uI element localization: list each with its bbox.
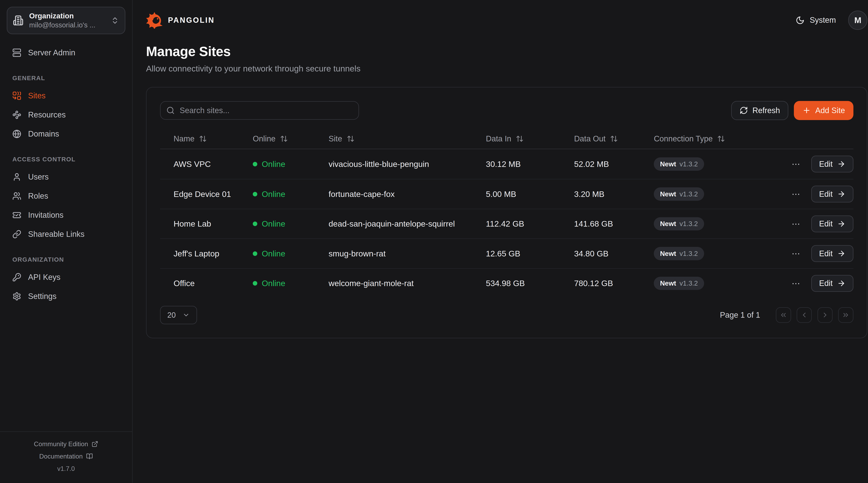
section-heading-general: GENERAL — [12, 74, 125, 82]
first-page-button[interactable] — [776, 307, 791, 323]
refresh-button[interactable]: Refresh — [731, 101, 788, 120]
org-selector[interactable]: Organization milo@fossorial.io's ... — [7, 7, 125, 34]
add-site-button[interactable]: Add Site — [794, 101, 853, 120]
refresh-icon — [740, 106, 748, 115]
column-header-online[interactable]: Online — [253, 134, 329, 143]
cell-data-out: 3.20 MB — [574, 189, 654, 199]
combine-icon — [12, 91, 21, 100]
sidebar-footer: Community Edition Documentation v1.7.0 — [0, 431, 132, 483]
app-root: Organization milo@fossorial.io's ... Ser… — [0, 0, 868, 483]
connection-badge: Newtv1.3.2 — [654, 157, 704, 170]
edit-button[interactable]: Edit — [811, 275, 854, 292]
search-input[interactable] — [160, 101, 359, 120]
arrow-right-icon — [837, 160, 846, 168]
page-size-select[interactable]: 20 — [160, 306, 197, 324]
sidebar-item-users[interactable]: Users — [7, 167, 125, 187]
chevron-left-icon — [800, 311, 808, 319]
arrow-right-icon — [837, 279, 846, 288]
last-page-button[interactable] — [838, 307, 853, 323]
sidebar-item-label: Shareable Links — [28, 230, 85, 239]
sort-icon — [717, 135, 725, 142]
cell-data-in: 534.98 GB — [486, 279, 574, 288]
row-menu-button[interactable]: ⋯ — [790, 247, 802, 260]
section-heading-access-control: ACCESS CONTROL — [12, 156, 125, 163]
brand[interactable]: PANGOLIN — [146, 12, 215, 29]
page-subtitle: Allow connectivity to your network throu… — [146, 64, 867, 73]
sidebar-item-label: Settings — [28, 292, 57, 301]
pangolin-logo-icon — [146, 12, 163, 29]
sites-toolbar: Refresh Add Site — [160, 101, 854, 120]
sidebar-item-resources[interactable]: Resources — [7, 105, 125, 124]
cell-online: Online — [253, 219, 329, 228]
sort-icon — [610, 135, 618, 142]
connection-badge: Newtv1.3.2 — [654, 247, 704, 260]
table-row: Edge Device 01 Online fortunate-cape-fox… — [160, 179, 854, 209]
edit-button[interactable]: Edit — [811, 186, 854, 202]
version-label: v1.7.0 — [4, 462, 128, 475]
users-icon — [12, 192, 21, 200]
chevron-down-icon — [182, 312, 190, 319]
cell-connection-type: Newtv1.3.2 — [654, 187, 787, 200]
online-dot-icon — [253, 162, 257, 166]
column-header-site[interactable]: Site — [329, 134, 486, 143]
main-area: PANGOLIN System M Manage Sites Allow con… — [133, 0, 868, 483]
row-menu-button[interactable]: ⋯ — [790, 277, 802, 290]
row-menu-button[interactable]: ⋯ — [790, 188, 802, 200]
sort-icon — [199, 135, 207, 142]
brand-name: PANGOLIN — [168, 16, 215, 25]
column-header-data-in[interactable]: Data In — [486, 134, 574, 143]
avatar[interactable]: M — [848, 10, 867, 30]
online-dot-icon — [253, 222, 257, 226]
waypoints-icon — [12, 110, 21, 119]
sidebar-item-roles[interactable]: Roles — [7, 187, 125, 205]
cell-site: welcome-giant-mole-rat — [329, 279, 486, 288]
column-header-connection-type[interactable]: Connection Type — [654, 134, 787, 143]
row-menu-button[interactable]: ⋯ — [790, 158, 802, 170]
search-icon — [166, 106, 175, 115]
avatar-initial: M — [854, 15, 861, 25]
row-menu-button[interactable]: ⋯ — [790, 217, 802, 230]
cell-name: AWS VPC — [174, 159, 253, 169]
sort-icon — [347, 135, 354, 142]
community-edition-link[interactable]: Community Edition — [4, 438, 128, 450]
sidebar-item-label: Server Admin — [28, 48, 75, 57]
sidebar-item-shareable-links[interactable]: Shareable Links — [7, 225, 125, 244]
chevrons-left-icon — [779, 311, 787, 319]
org-subtitle: milo@fossorial.io's ... — [29, 21, 105, 30]
edit-button[interactable]: Edit — [811, 216, 854, 232]
topbar: PANGOLIN System M — [133, 0, 868, 40]
edit-button[interactable]: Edit — [811, 245, 854, 262]
sidebar-item-settings[interactable]: Settings — [7, 287, 125, 306]
cell-data-out: 52.02 MB — [574, 159, 654, 169]
ticket-check-icon — [12, 211, 21, 220]
sidebar-item-server-admin[interactable]: Server Admin — [7, 43, 125, 62]
chevrons-right-icon — [842, 311, 849, 319]
column-header-data-out[interactable]: Data Out — [574, 134, 654, 143]
cell-name: Edge Device 01 — [174, 189, 253, 199]
building-icon — [13, 15, 24, 26]
cell-data-in: 5.00 MB — [486, 189, 574, 199]
sidebar-item-label: Users — [28, 172, 49, 182]
prev-page-button[interactable] — [797, 307, 812, 323]
column-header-name[interactable]: Name — [174, 134, 253, 143]
sidebar-item-sites[interactable]: Sites — [7, 86, 125, 105]
cell-data-in: 12.65 GB — [486, 249, 574, 258]
theme-toggle[interactable]: System — [796, 15, 836, 25]
external-link-icon — [92, 441, 98, 447]
online-dot-icon — [253, 192, 257, 196]
sidebar-item-label: Roles — [28, 192, 48, 200]
chevrons-up-down-icon — [111, 16, 119, 25]
table-row: Home Lab Online dead-san-joaquin-antelop… — [160, 209, 854, 238]
cell-data-out: 141.68 GB — [574, 219, 654, 228]
page-title: Manage Sites — [146, 44, 867, 59]
sidebar-item-domains[interactable]: Domains — [7, 124, 125, 143]
arrow-right-icon — [837, 249, 846, 258]
sidebar-item-api-keys[interactable]: API Keys — [7, 268, 125, 287]
sidebar-item-invitations[interactable]: Invitations — [7, 205, 125, 225]
documentation-link[interactable]: Documentation — [4, 450, 128, 462]
edit-button[interactable]: Edit — [811, 156, 854, 172]
next-page-button[interactable] — [817, 307, 833, 323]
cell-data-out: 780.12 GB — [574, 279, 654, 288]
link-icon — [12, 230, 21, 239]
cell-connection-type: Newtv1.3.2 — [654, 247, 787, 260]
